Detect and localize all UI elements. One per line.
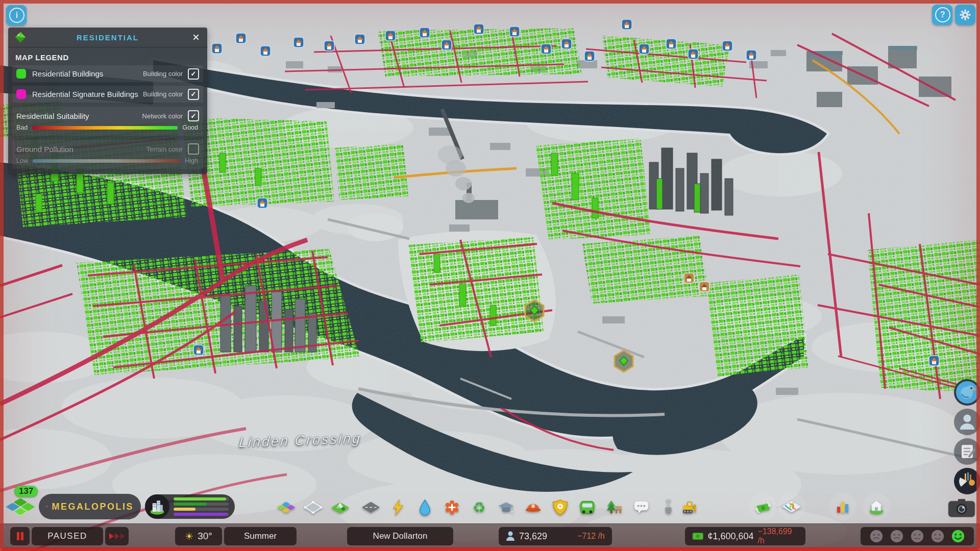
close-button[interactable]: ×: [188, 29, 204, 45]
residential-gem-icon: [14, 31, 27, 43]
speed-arrow-icon: [109, 533, 114, 539]
residential-color-swatch: [16, 69, 26, 79]
police-icon[interactable]: [550, 497, 570, 517]
legend-row-signature: Residential Signature Buildings Building…: [12, 86, 203, 103]
population-display[interactable]: 73,629 −712 /h: [499, 527, 612, 545]
signature-color-swatch: [16, 89, 26, 99]
notes-icon: [953, 438, 980, 465]
suitability-gradient: [32, 126, 178, 130]
legend-row-residential: Residential Buildings Building color: [12, 65, 203, 82]
economy-button[interactable]: [749, 493, 777, 520]
landscaping-icon[interactable]: [330, 497, 350, 517]
happiness-display[interactable]: [861, 527, 974, 545]
money-icon: [692, 532, 703, 540]
statistics-button[interactable]: [829, 493, 856, 520]
parks-recreation-icon[interactable]: [604, 497, 624, 517]
person-icon: [953, 408, 980, 436]
commercial-demand-bar: [174, 503, 207, 506]
section-label: MAP LEGEND: [15, 53, 200, 62]
radio-button[interactable]: [953, 467, 980, 495]
simulation-state-label: PAUSED: [32, 527, 103, 545]
demand-panel[interactable]: [145, 494, 235, 519]
legend-row-pollution: Ground Pollution Terrain color Low High: [12, 140, 203, 169]
industrial-demand-bar: [174, 508, 195, 511]
milestone-level-badge: 137: [14, 486, 38, 497]
economy-icon: [754, 497, 772, 516]
electricity-icon[interactable]: [387, 497, 408, 517]
svg-text:♻: ♻: [472, 499, 485, 516]
money-display[interactable]: ¢1,600,604 −138,699 /h: [685, 527, 805, 545]
row-mode-label: Building color: [143, 90, 183, 98]
scale-max-label: Good: [182, 124, 198, 131]
pollution-checkbox[interactable]: [188, 143, 199, 155]
season-display[interactable]: Summer: [224, 527, 297, 545]
journal-button[interactable]: [953, 438, 980, 465]
trophy-icon: [46, 498, 47, 515]
transportation-icon[interactable]: [577, 497, 597, 517]
toolbar-services-group: ♻: [360, 496, 678, 518]
city-buildings-icon: [145, 494, 169, 519]
toolbar-zoning-group: [276, 496, 350, 518]
map-legend-panel: RESIDENTIAL × MAP LEGEND Residential Bui…: [8, 28, 207, 174]
city-overview-button[interactable]: [863, 493, 890, 520]
photo-mode-button[interactable]: [947, 498, 976, 519]
row-mode-label: Building color: [143, 70, 183, 78]
city-name-display[interactable]: New Dollarton: [347, 527, 453, 545]
row-label: Residential Signature Buildings: [32, 90, 138, 98]
residential-checkbox[interactable]: [188, 68, 199, 80]
map-info-button[interactable]: [778, 493, 805, 520]
info-views-button[interactable]: i: [6, 5, 27, 26]
education-icon[interactable]: [496, 497, 516, 517]
game-screen: Linden Crossing i ? RESIDENTIAL × MAP LE…: [0, 0, 980, 551]
season-value: Summer: [244, 531, 277, 541]
citizens-button[interactable]: [953, 408, 980, 436]
milestone-name-pill[interactable]: MEGALOPOLIS: [39, 494, 141, 519]
close-icon: ×: [192, 30, 200, 44]
settings-button[interactable]: [955, 5, 975, 25]
milestone-button[interactable]: 137: [4, 488, 37, 520]
sun-icon: ☀: [185, 531, 193, 542]
bulldozer-icon[interactable]: [679, 497, 699, 517]
gear-icon: [959, 8, 972, 21]
demand-bars: [169, 497, 235, 516]
row-label: Residential Buildings: [32, 69, 103, 78]
pause-icon: [17, 532, 19, 540]
residential-demand-bar: [174, 497, 226, 500]
chirper-button[interactable]: [953, 379, 980, 406]
fire-rescue-icon[interactable]: [523, 497, 543, 517]
milestone-name: MEGALOPOLIS: [52, 502, 134, 512]
bird-icon: [953, 379, 980, 406]
office-demand-bar: [174, 513, 227, 516]
row-label: Residential Suitability: [16, 112, 89, 120]
roads-icon[interactable]: [360, 497, 381, 517]
pollution-gradient: [33, 159, 180, 163]
home-icon: [867, 497, 886, 516]
terraforming-icon[interactable]: [658, 497, 678, 517]
help-icon: ?: [935, 7, 950, 22]
panel-title: RESIDENTIAL: [77, 33, 139, 42]
toolbar-bulldoze-group: [679, 496, 699, 518]
scale-min-label: Low: [16, 157, 28, 164]
garbage-icon[interactable]: ♻: [469, 497, 489, 517]
temperature-display[interactable]: ☀ 30°: [175, 527, 222, 545]
happy-face-icon: [951, 529, 965, 543]
areas-icon[interactable]: [303, 497, 323, 517]
water-icon[interactable]: [414, 497, 435, 517]
signature-checkbox[interactable]: [188, 89, 199, 100]
zones-icon[interactable]: [276, 497, 296, 517]
help-button[interactable]: ?: [932, 5, 952, 25]
sad-face-icon: [890, 529, 904, 543]
healthcare-icon[interactable]: [442, 497, 462, 517]
row-mode-label: Network color: [142, 112, 183, 120]
communications-icon[interactable]: [631, 497, 651, 517]
panel-header: RESIDENTIAL ×: [8, 28, 207, 47]
pause-button[interactable]: [10, 527, 30, 545]
info-icon: i: [9, 8, 24, 23]
city-name-value: New Dollarton: [373, 531, 428, 541]
scale-min-label: Bad: [16, 124, 28, 131]
camera-icon: [947, 498, 976, 519]
neutral-face-icon: [910, 529, 924, 543]
speed-controls[interactable]: [105, 527, 129, 545]
map-icon: [782, 497, 801, 516]
suitability-checkbox[interactable]: [188, 110, 199, 121]
